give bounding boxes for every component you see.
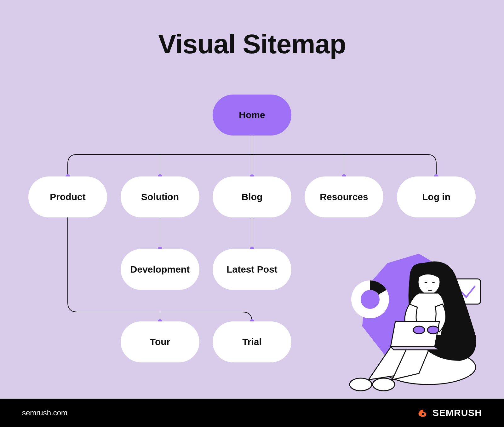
page-title: Visual Sitemap — [0, 28, 504, 60]
node-login: Log in — [397, 176, 476, 217]
brand-logo: SEMRUSH — [416, 407, 482, 419]
node-label: Product — [50, 192, 85, 202]
node-label: Home — [239, 110, 265, 120]
node-home: Home — [213, 95, 291, 136]
svg-point-15 — [373, 378, 395, 391]
node-tour: Tour — [121, 321, 199, 362]
node-latest-post: Latest Post — [213, 249, 291, 290]
node-development: Development — [121, 249, 199, 290]
node-blog: Blog — [213, 176, 291, 217]
node-label: Resources — [320, 192, 368, 202]
footer: semrush.com SEMRUSH — [0, 399, 504, 427]
node-label: Latest Post — [226, 264, 278, 275]
svg-point-17 — [413, 326, 425, 334]
node-label: Tour — [150, 337, 170, 347]
node-trial: Trial — [213, 321, 291, 362]
node-resources: Resources — [305, 176, 383, 217]
node-label: Log in — [422, 192, 450, 202]
svg-point-19 — [422, 413, 424, 415]
flame-icon — [416, 407, 429, 419]
node-label: Trial — [242, 337, 262, 347]
svg-point-18 — [427, 326, 439, 334]
node-label: Development — [130, 264, 190, 275]
decorative-illustration — [315, 241, 488, 392]
brand-name: SEMRUSH — [432, 407, 482, 418]
node-label: Blog — [242, 192, 263, 202]
footer-url: semrush.com — [22, 408, 67, 417]
svg-point-11 — [361, 290, 380, 309]
node-solution: Solution — [121, 176, 199, 217]
node-label: Solution — [141, 192, 179, 202]
node-product: Product — [28, 176, 107, 217]
